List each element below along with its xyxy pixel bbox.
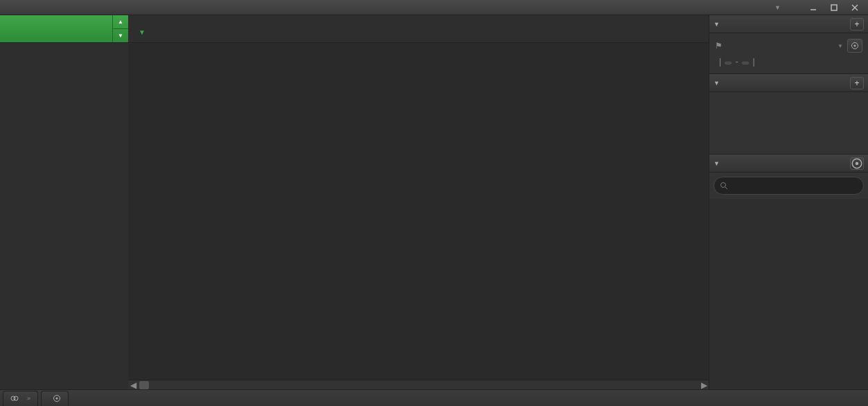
horizontal-scrollbar[interactable]: ◀ ▶ <box>128 380 709 389</box>
scroll-right-arrow[interactable]: ▶ <box>699 380 709 390</box>
chevron-right-icon[interactable]: » <box>27 395 30 402</box>
search-input[interactable] <box>732 181 858 191</box>
svg-rect-1 <box>831 5 837 10</box>
options-menu[interactable]: ▼ <box>768 0 785 15</box>
start-up-arrow[interactable]: ▲ <box>113 15 128 29</box>
svg-point-11 <box>14 396 18 400</box>
disclosure-triangle-icon[interactable]: ▼ <box>714 160 720 167</box>
capture-icon <box>10 394 19 403</box>
right-panel: ▼ + ⚑ ▼ | - | ▼ + ▼ <box>709 15 868 389</box>
maximize-button[interactable] <box>824 0 844 15</box>
minimize-button[interactable] <box>803 0 824 15</box>
disclosure-triangle-icon[interactable]: ▼ <box>714 80 720 87</box>
scroll-left-arrow[interactable]: ◀ <box>128 380 138 390</box>
annotations-body: ⚑ ▼ | - | <box>709 33 868 74</box>
search-icon <box>720 182 728 190</box>
decoded-header[interactable]: ▼ <box>709 155 868 173</box>
bottom-bar: » <box>0 389 868 406</box>
settings-tab[interactable] <box>41 391 69 406</box>
svg-point-8 <box>721 183 726 188</box>
decoded-body <box>709 173 868 199</box>
add-annotation-button[interactable]: + <box>850 18 864 30</box>
analyzers-body <box>709 92 868 155</box>
chevron-down-icon[interactable]: ▼ <box>838 43 843 49</box>
add-analyzer-button[interactable]: + <box>850 77 864 89</box>
search-protocols[interactable] <box>714 177 864 195</box>
start-button[interactable] <box>0 15 113 42</box>
svg-point-13 <box>56 398 58 400</box>
svg-line-9 <box>725 187 727 189</box>
time-ruler[interactable]: ▼ <box>128 15 709 43</box>
waveform-area[interactable]: ▼ ◀ ▶ <box>128 15 709 389</box>
marker-diff: | - | <box>719 57 862 67</box>
decoded-settings-button[interactable] <box>850 157 864 170</box>
gear-icon[interactable] <box>53 394 61 403</box>
annotations-header[interactable]: ▼ + <box>709 15 868 33</box>
close-button[interactable] <box>844 0 865 15</box>
title-bar: ▼ <box>0 0 868 15</box>
flag-icon: ⚑ <box>715 41 723 51</box>
analyzers-header[interactable]: ▼ + <box>709 74 868 92</box>
start-down-arrow[interactable]: ▼ <box>113 29 128 42</box>
svg-point-7 <box>856 161 859 165</box>
marker-settings-button[interactable] <box>847 39 862 53</box>
cursor-marker-icon[interactable]: ▼ <box>139 28 145 36</box>
channel-sidebar: ▲ ▼ <box>0 15 128 389</box>
disclosure-triangle-icon[interactable]: ▼ <box>714 21 720 28</box>
capture-tab[interactable]: » <box>3 391 38 406</box>
chevron-down-icon: ▼ <box>774 4 781 11</box>
svg-point-5 <box>854 45 856 47</box>
scroll-thumb[interactable] <box>139 381 149 389</box>
